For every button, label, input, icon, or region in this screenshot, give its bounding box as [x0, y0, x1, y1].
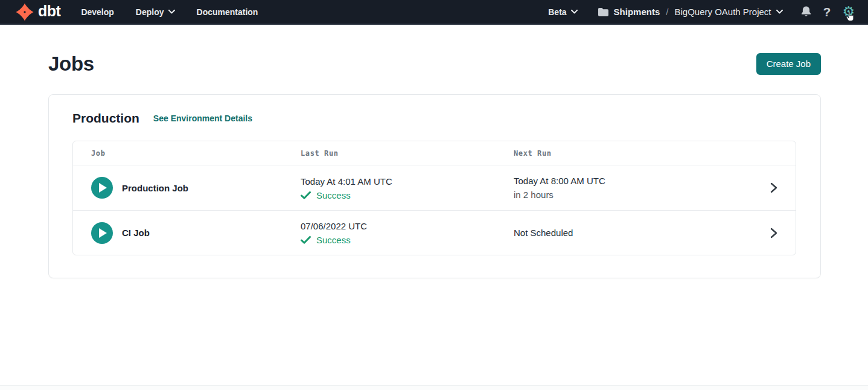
last-run-status: Success — [301, 235, 514, 245]
next-run-time: Today At 8:00 AM UTC — [514, 175, 761, 187]
page-bottom-edge — [0, 385, 868, 390]
settings-button[interactable]: ⚙ — [842, 5, 855, 19]
status-text: Success — [316, 190, 351, 200]
chevron-down-icon — [168, 10, 175, 14]
jobs-table: Job Last Run Next Run Production Job Tod… — [72, 141, 796, 255]
play-icon — [99, 183, 107, 193]
page-title: Jobs — [48, 53, 94, 75]
dbt-logo-text: dbt — [38, 4, 60, 21]
top-navbar: dbt Develop Deploy Documentation Beta Sh… — [0, 0, 868, 25]
see-environment-details-link[interactable]: See Environment Details — [153, 113, 252, 123]
last-run-status: Success — [301, 190, 514, 200]
column-header-last-run: Last Run — [301, 149, 514, 158]
next-run-cell: Today At 8:00 AM UTC in 2 hours — [514, 175, 761, 201]
dbt-logo-icon — [16, 3, 34, 21]
breadcrumb-separator: / — [665, 7, 669, 17]
breadcrumb-project-label: BigQuery OAuth Project — [674, 7, 771, 17]
last-run-cell: 07/06/2022 UTC Success — [301, 220, 514, 245]
table-header-row: Job Last Run Next Run — [73, 141, 796, 165]
next-run-time: Not Scheduled — [514, 227, 761, 239]
notifications-button[interactable] — [800, 5, 812, 18]
main-content: Jobs Create Job Production See Environme… — [0, 53, 868, 278]
next-run-cell: Not Scheduled — [514, 227, 761, 239]
nav-item-documentation[interactable]: Documentation — [197, 7, 258, 17]
beta-label: Beta — [548, 7, 566, 17]
column-header-job: Job — [91, 149, 301, 158]
table-row[interactable]: Production Job Today At 4:01 AM UTC Succ… — [73, 165, 796, 210]
environment-card: Production See Environment Details Job L… — [48, 94, 821, 278]
run-job-button[interactable] — [91, 177, 113, 199]
chevron-down-icon — [571, 10, 578, 14]
help-icon: ? — [823, 5, 831, 18]
breadcrumb-account: Shipments — [614, 7, 660, 17]
nav-item-documentation-label: Documentation — [197, 7, 258, 17]
project-selector[interactable]: Shipments / BigQuery OAuth Project — [598, 7, 783, 17]
check-icon — [301, 191, 311, 199]
chevron-right-icon[interactable] — [770, 182, 777, 193]
nav-item-deploy-label: Deploy — [136, 7, 164, 17]
run-job-button[interactable] — [91, 222, 113, 244]
job-name: CI Job — [122, 228, 150, 238]
nav-item-develop-label: Develop — [81, 7, 113, 17]
chevron-down-icon — [776, 10, 783, 14]
nav-item-deploy[interactable]: Deploy — [136, 7, 175, 17]
nav-item-develop[interactable]: Develop — [81, 7, 113, 17]
play-icon — [99, 228, 107, 238]
help-button[interactable]: ? — [823, 5, 831, 18]
last-run-time: Today At 4:01 AM UTC — [301, 176, 514, 188]
gear-icon: ⚙ — [842, 5, 855, 19]
environment-name: Production — [72, 111, 139, 126]
table-row[interactable]: CI Job 07/06/2022 UTC Success Not Schedu… — [73, 210, 796, 255]
last-run-cell: Today At 4:01 AM UTC Success — [301, 176, 514, 200]
breadcrumb-project: BigQuery OAuth Project — [674, 7, 782, 17]
page-header: Jobs Create Job — [48, 53, 821, 75]
environment-header: Production See Environment Details — [72, 111, 796, 126]
chevron-right-icon[interactable] — [770, 228, 777, 238]
navbar-right: Beta Shipments / BigQuery OAuth Project … — [548, 5, 855, 19]
bell-icon — [800, 5, 812, 18]
create-job-button[interactable]: Create Job — [756, 53, 821, 75]
beta-dropdown[interactable]: Beta — [548, 7, 577, 17]
check-icon — [301, 236, 311, 244]
job-name: Production Job — [122, 183, 188, 193]
job-cell: Production Job — [91, 177, 301, 199]
status-text: Success — [316, 235, 351, 245]
last-run-time: 07/06/2022 UTC — [301, 220, 514, 232]
job-cell: CI Job — [91, 222, 301, 244]
next-run-note: in 2 hours — [514, 189, 761, 201]
folder-icon — [598, 7, 609, 17]
dbt-logo[interactable]: dbt — [16, 3, 60, 21]
primary-nav: Develop Deploy Documentation — [81, 7, 258, 17]
column-header-next-run: Next Run — [514, 149, 761, 158]
